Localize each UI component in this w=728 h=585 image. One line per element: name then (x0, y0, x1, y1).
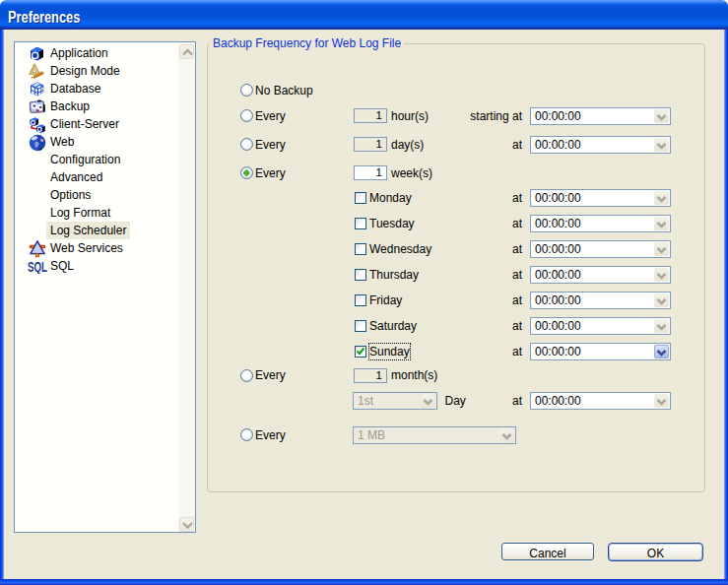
svg-text:SQL: SQL (28, 259, 47, 275)
